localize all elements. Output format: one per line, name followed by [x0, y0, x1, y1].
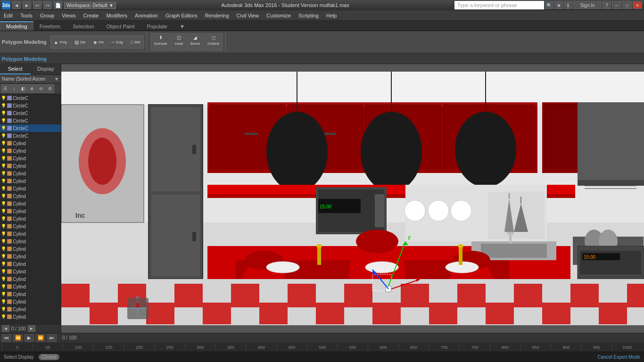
list-item[interactable]: 💡 Cylind — [0, 275, 61, 283]
tab-freeform[interactable]: Freeform — [33, 22, 67, 31]
list-item[interactable]: 💡 CircleC — [0, 117, 61, 124]
ribbon-btn-5[interactable]: □Bdr — [127, 35, 144, 49]
search-btn[interactable]: 🔍 — [545, 1, 553, 9]
list-item[interactable]: 💡 Cylind — [0, 222, 61, 230]
menu-views[interactable]: Views — [58, 10, 79, 20]
viewport[interactable]: Inc 15:00 — [61, 64, 644, 333]
help-btn[interactable]: ? — [603, 1, 611, 9]
tab-modeling[interactable]: Modeling — [0, 21, 33, 31]
timeline-end-btn[interactable]: ⏭ — [47, 334, 57, 342]
panel-icon-sort[interactable]: ↕ — [10, 84, 18, 93]
list-item[interactable]: 💡 Cylind — [0, 215, 61, 222]
menu-help[interactable]: Help — [322, 10, 341, 20]
menu-modifiers[interactable]: Modifiers — [102, 10, 131, 20]
svg-rect-103 — [542, 303, 570, 324]
menu-tools[interactable]: Tools — [17, 10, 36, 20]
menu-scripting[interactable]: Scripting — [295, 10, 322, 20]
list-item[interactable]: 💡 CircleC — [0, 102, 61, 109]
tab-selection[interactable]: Selection — [66, 22, 100, 31]
timeline-next-btn[interactable]: ⏩ — [36, 334, 45, 342]
search-input[interactable] — [454, 1, 544, 9]
list-item[interactable]: 💡 CircleC — [0, 109, 61, 117]
list-item[interactable]: 💡 Cylind — [0, 238, 61, 245]
tab-more[interactable]: ▼ — [173, 22, 191, 31]
panel-icon-remove[interactable]: ⊖ — [37, 84, 45, 93]
tab-display[interactable]: Display — [31, 64, 61, 74]
svg-point-45 — [405, 200, 425, 221]
file-btn[interactable]: 📄 — [54, 1, 62, 9]
ribbon-btn-3[interactable]: ◈Vtx — [90, 35, 107, 49]
redo-btn[interactable]: ↪ — [43, 1, 52, 9]
signin-btn[interactable]: Sign In — [573, 1, 602, 9]
close-btn[interactable]: ✕ — [633, 1, 642, 9]
svg-rect-93 — [570, 284, 599, 307]
list-item[interactable]: 💡 CircleC — [0, 94, 61, 102]
timeline-start-btn[interactable]: ⏮ — [2, 334, 11, 342]
list-item[interactable]: 💡 Cylind — [0, 290, 61, 298]
menu-edit[interactable]: Edit — [0, 10, 17, 20]
ribbon-bevel[interactable]: ◢Bevel — [187, 33, 203, 50]
list-item[interactable]: 💡 Cylind — [0, 245, 61, 253]
list-item[interactable]: 💡 Cylind — [0, 185, 61, 192]
menu-group[interactable]: Group — [36, 10, 58, 20]
panel-icon-add[interactable]: ⊕ — [28, 84, 36, 93]
list-item[interactable]: 💡 Cylind — [0, 298, 61, 305]
menu-animation[interactable]: Animation — [131, 10, 162, 20]
list-item[interactable]: 💡 CircleC — [0, 124, 61, 132]
tab-select[interactable]: Select — [0, 64, 31, 74]
minimize-btn[interactable]: ─ — [612, 1, 621, 9]
tab-object-paint[interactable]: Object Paint — [100, 22, 141, 31]
panel-icon-filter[interactable]: ☰ — [1, 84, 9, 93]
object-list[interactable]: 💡 CircleC 💡 CircleC 💡 CircleC 💡 CircleC … — [0, 94, 61, 324]
tab-populate[interactable]: Populate — [140, 22, 173, 31]
list-item[interactable]: 💡 Cylind — [0, 170, 61, 177]
nav-forward-btn[interactable]: ► — [23, 1, 31, 9]
ribbon-outline[interactable]: ◻Outline — [204, 33, 223, 50]
scroll-left-btn[interactable]: ◄ — [2, 325, 9, 332]
object-name: Cylind — [13, 194, 60, 199]
menu-customize[interactable]: Customize — [263, 10, 295, 20]
list-item[interactable]: 💡 Cylind — [0, 230, 61, 238]
list-item[interactable]: 💡 Cylind — [0, 268, 61, 275]
ribbon-extrude[interactable]: ⬆Extrude — [151, 33, 171, 50]
nav-back-btn[interactable]: ◄ — [12, 1, 21, 9]
svg-rect-101 — [429, 303, 457, 324]
menu-rendering[interactable]: Rendering — [201, 10, 233, 20]
scroll-right-btn[interactable]: ► — [28, 325, 35, 332]
panel-icon-settings[interactable]: ⚙ — [46, 84, 54, 93]
list-item[interactable]: 💡 Cylind — [0, 253, 61, 260]
list-item[interactable]: 💡 Cylind — [0, 140, 61, 147]
menu-graph-editors[interactable]: Graph Editors — [162, 10, 201, 20]
list-item[interactable]: 💡 Cylind — [0, 305, 61, 313]
menu-create[interactable]: Create — [79, 10, 102, 20]
undo-btn[interactable]: ↩ — [33, 1, 41, 9]
list-item[interactable]: 💡 Cylind — [0, 155, 61, 162]
timeline-play-btn[interactable]: ▶ — [25, 334, 34, 342]
maximize-btn[interactable]: □ — [622, 1, 632, 9]
workspace-selector[interactable]: Workspace: Default ▼ — [64, 2, 116, 9]
info-btn[interactable]: ℹ — [564, 1, 572, 9]
timeline-ruler[interactable]: 0 50 100 150 200 250 300 350 400 450 500… — [0, 343, 644, 352]
list-item[interactable]: 💡 Cylind — [0, 192, 61, 200]
ribbon-btn-4[interactable]: ─Edg — [108, 35, 126, 49]
ribbon-btn-2[interactable]: ▤Ele — [71, 35, 89, 49]
menu-civil-view[interactable]: Civil View — [233, 10, 263, 20]
list-item[interactable]: 💡 Cylind — [0, 177, 61, 185]
svg-text:y: y — [408, 234, 411, 240]
ribbon-btn-1[interactable]: ▲Poly — [50, 35, 70, 49]
list-item[interactable]: 💡 Cylind — [0, 207, 61, 215]
panel-icon-layers[interactable]: ◧ — [19, 84, 27, 93]
list-item[interactable]: 💡 Cylind — [0, 162, 61, 170]
list-item[interactable]: 💡 Cylind — [0, 313, 61, 321]
timeline-prev-btn[interactable]: ⏪ — [13, 334, 23, 342]
list-item[interactable]: 💡 Cylind — [0, 260, 61, 268]
favorites-btn[interactable]: ★ — [554, 1, 563, 9]
list-item[interactable]: 💡 Cylind — [0, 283, 61, 290]
ribbon-inset[interactable]: ◫Inset — [172, 33, 186, 50]
list-item[interactable]: 💡 Cylind — [0, 147, 61, 155]
panel-dropdown-icon[interactable]: ▼ — [54, 76, 59, 82]
list-item[interactable]: 💡 Cylind — [0, 200, 61, 207]
list-item[interactable]: 💡 CircleC — [0, 132, 61, 140]
object-name: Cylind — [13, 164, 60, 169]
status-right[interactable]: Cancel Expert Mode — [597, 354, 640, 360]
